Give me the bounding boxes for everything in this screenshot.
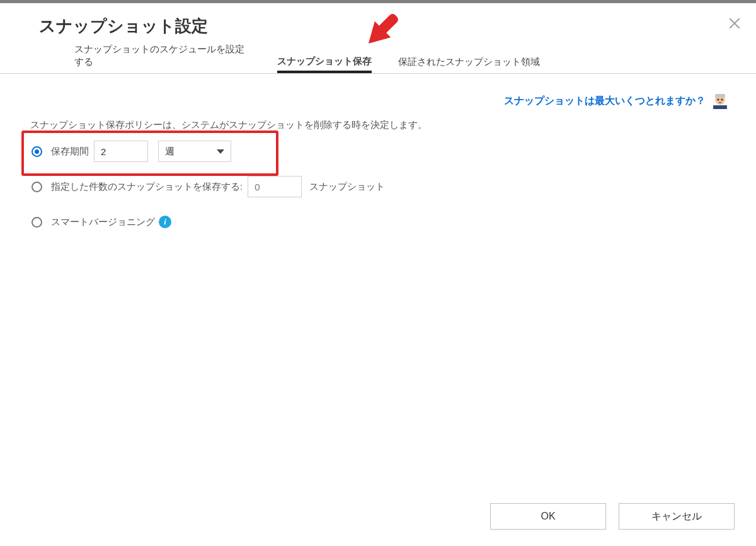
help-row: スナップショットは最大いくつとれますか？ (26, 91, 730, 110)
radio-keep-count[interactable] (32, 182, 42, 192)
tab-schedule[interactable]: スナップショットのスケジュールを設定する (74, 43, 251, 74)
info-icon[interactable]: i (159, 216, 171, 228)
keep-for-label: 保存期間 (51, 146, 89, 158)
tabs-bar: スナップショットのスケジュールを設定する スナップショット保存 保証されたスナッ… (0, 46, 756, 74)
option-keep-for: 保存期間 週 (32, 140, 730, 163)
keep-for-unit-value: 週 (165, 146, 175, 158)
dialog-title: スナップショット設定 (0, 0, 756, 46)
snapshot-settings-dialog: スナップショット設定 スナップショットのスケジュールを設定する スナップショット… (0, 0, 756, 546)
radio-smart-versioning[interactable] (32, 217, 42, 228)
ok-button[interactable]: OK (490, 503, 606, 530)
keep-for-value-input[interactable] (94, 141, 148, 162)
svg-point-4 (721, 98, 723, 100)
chevron-down-icon (217, 149, 224, 154)
tab-retention[interactable]: スナップショット保存 (277, 55, 372, 73)
help-link[interactable]: スナップショットは最大いくつとれますか？ (504, 95, 706, 108)
dialog-footer: OK キャンセル (0, 489, 756, 546)
smart-versioning-label: スマートバージョニング (51, 216, 155, 228)
keep-count-label: 指定した件数のスナップショットを保存する: (51, 181, 243, 193)
svg-rect-0 (713, 105, 727, 109)
svg-point-3 (717, 98, 719, 100)
svg-rect-2 (715, 94, 725, 98)
tab-content: スナップショットは最大いくつとれますか？ スナップショット保存ポリシーは、システ… (0, 74, 756, 233)
radio-keep-for[interactable] (32, 146, 42, 157)
window-chrome-edge (0, 0, 756, 3)
keep-for-unit-select[interactable]: 週 (158, 141, 231, 162)
keep-count-input[interactable] (248, 176, 302, 197)
option-smart-versioning: スマートバージョニング i (32, 211, 730, 233)
option-keep-count: 指定した件数のスナップショットを保存する: スナップショット (32, 175, 730, 198)
close-icon[interactable] (727, 16, 742, 32)
policy-description: スナップショット保存ポリシーは、システムがスナップショットを削除する時を決定しま… (30, 119, 730, 131)
assistant-icon[interactable] (711, 91, 730, 110)
keep-count-suffix: スナップショット (309, 181, 385, 193)
cancel-button[interactable]: キャンセル (619, 503, 735, 530)
tab-reserved-space[interactable]: 保証されたスナップショット領域 (398, 55, 540, 73)
